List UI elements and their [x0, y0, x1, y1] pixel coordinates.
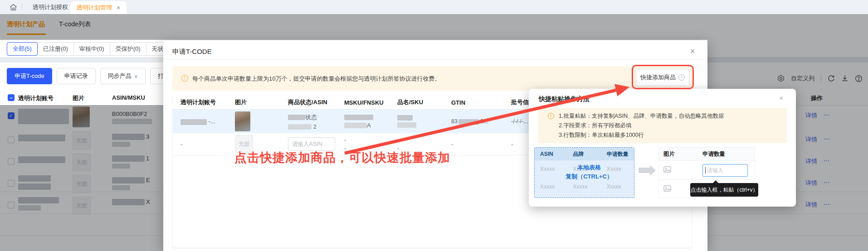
filter-protected[interactable]: 受保护(0) [110, 42, 146, 56]
redacted-text [397, 122, 416, 128]
image-cell [227, 111, 280, 131]
status-filter-group: 全部(5) 已注册(0) 审核中(0) 受保护(0) 无状态( [7, 42, 177, 56]
redacted-text [344, 115, 373, 120]
redacted-text [397, 115, 413, 121]
tooltip-text: 点击输入框，粘贴（ctrl+v） [690, 186, 758, 194]
info-icon: ! [548, 113, 554, 119]
annotation-highlight-box [632, 65, 694, 89]
account-cell: - [173, 141, 227, 148]
tip-line: 3.行数限制：单次粘贴最多1000行 [559, 131, 644, 139]
select-all-checkbox[interactable]: − [8, 94, 15, 101]
status-suffix: 状态 [305, 114, 317, 121]
modal-title: 申请T-CODE [172, 48, 212, 56]
col-header: 品名/SKU [390, 98, 444, 106]
account-cell: -... [173, 118, 227, 125]
text-caret [705, 167, 706, 174]
redacted-text [288, 124, 312, 130]
col-image: 图片 [73, 94, 84, 102]
apply-records-button[interactable]: 申请记录 [57, 68, 96, 84]
product-image [235, 111, 250, 131]
dash: - [397, 136, 444, 143]
quota-alert: ! 每个商品单次申请数量上限为10万个，提交申请的数量会根据您与透明计划所签协议… [172, 66, 694, 91]
gtin-cell: 833... [444, 118, 503, 125]
filter-all[interactable]: 全部(5) [7, 42, 38, 56]
image-icon [663, 166, 671, 173]
redacted-text [180, 119, 207, 125]
paste-tips: ! 1.批量粘贴：支持复制ASIN、品牌、申请数量，自动忽略其他数据 2.字段要… [538, 108, 787, 143]
popover-title: 快捷粘贴操作方法 [539, 95, 590, 103]
copy-hint-line: 复制（CTRL+C） [560, 172, 619, 181]
redacted-text [288, 115, 305, 120]
transfer-arrow-icon [639, 168, 650, 173]
redacted-text [344, 123, 367, 128]
col-header: GTIN [444, 99, 503, 106]
image-cell [659, 166, 698, 174]
modal-divider [163, 59, 707, 60]
col-header: 申请数量 [601, 148, 634, 160]
info-icon: ! [181, 75, 188, 82]
col-header: 透明计划账号 [173, 98, 227, 106]
tab-divider [22, 4, 22, 10]
col-header: ASIN [535, 148, 567, 160]
action-button-row: 申请T-code 申请记录 同步产品∨ 打印标签 [7, 68, 189, 84]
fnsku-suffix: A [367, 122, 371, 129]
dim-overlay [0, 105, 163, 251]
name-sku-cell [390, 115, 444, 128]
sync-products-button[interactable]: 同步产品∨ [100, 68, 146, 84]
popover-close-icon[interactable]: × [779, 94, 783, 102]
col-asin: ASIN/MSKU [112, 94, 145, 101]
quantity-input[interactable] [702, 164, 748, 177]
apply-tcode-button[interactable]: 申请T-code [7, 68, 52, 84]
local-table-header: ASIN 品牌 申请数量 [535, 148, 634, 160]
gtin-suffix: 3... [480, 118, 488, 125]
tip-line: 2.字段要求：所有字段都必填 [559, 122, 631, 130]
modal-close-icon[interactable]: × [690, 47, 695, 56]
alert-text: 每个商品单次申请数量上限为10万个，提交申请的数量会根据您与透明计划所签协议进行… [192, 75, 440, 83]
dash: - [344, 136, 390, 143]
gtin-prefix: 83 [451, 118, 458, 125]
quick-paste-popover: 快捷粘贴操作方法 × ! 1.批量粘贴：支持复制ASIN、品牌、申请数量，自动忽… [529, 89, 796, 207]
copy-hint-line: 本地表格 [560, 163, 619, 172]
col-header: 商品状态/ASIN [280, 98, 336, 106]
col-header: 图片 [659, 150, 698, 158]
filter-reviewing[interactable]: 审核中(0) [73, 42, 110, 56]
sync-products-label: 同步产品 [108, 72, 132, 79]
col-header: 品牌 [567, 148, 601, 160]
asin-input[interactable] [288, 137, 335, 151]
filter-registered[interactable]: 已注册(0) [37, 42, 74, 56]
annotation-text: 点击快捷添加商品，可以快速批量添加 [234, 150, 450, 166]
tip-line: 1.批量粘贴：支持复制ASIN、品牌、申请数量，自动忽略其他数据 [559, 112, 724, 120]
tooltip-caret-icon [713, 180, 718, 183]
paste-tooltip: 点击输入框，粘贴（ctrl+v） [690, 183, 758, 197]
top-tab-bar: 透明计划授权 透明计划管理 × [0, 0, 868, 14]
dim-overlay [0, 14, 868, 40]
home-icon[interactable] [8, 3, 18, 12]
target-table-header: 图片 申请数量 [659, 148, 755, 161]
tab-transparency-auth[interactable]: 透明计划授权 [26, 0, 74, 14]
close-tab-icon[interactable]: × [117, 5, 120, 11]
gtin-cell: - [444, 141, 503, 148]
quantity-cell [698, 164, 755, 177]
tab-label: 透明计划授权 [33, 3, 68, 11]
asin-suffix: 2 [313, 123, 317, 130]
col-header: MSKU/FNSKU [336, 99, 390, 106]
msku-cell: A [336, 115, 390, 129]
status-asin-cell: 状态 2 [280, 113, 336, 130]
chevron-down-icon: ∨ [134, 73, 138, 79]
tab-label: 透明计划管理 [77, 4, 112, 12]
asin-input-cell [280, 137, 336, 151]
target-table-row [659, 161, 755, 180]
account-suffix: -... [209, 118, 215, 125]
local-table-sample: ASIN 品牌 申请数量 Xxxxx Xxxxx Xxxxx Xxxxx Xxx… [534, 147, 634, 198]
col-header: 申请数量 [698, 150, 755, 158]
col-account: 透明计划账号 [18, 94, 54, 102]
tab-transparency-manage[interactable]: 透明计划管理 × [70, 1, 127, 14]
col-header: 图片 [227, 98, 280, 106]
redacted-text [458, 119, 479, 125]
image-icon [663, 185, 671, 192]
quantity-input-wrap [702, 164, 748, 177]
copy-hint: 本地表格 复制（CTRL+C） [560, 163, 619, 181]
